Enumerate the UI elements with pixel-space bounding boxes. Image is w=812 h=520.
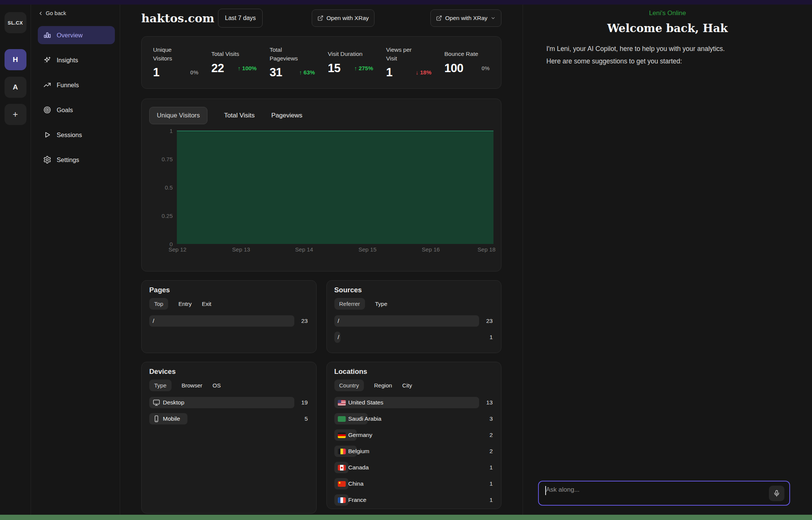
row-label: Germany — [348, 432, 373, 438]
copilot-panel: Leni's Online Welcome back, Hak I'm Leni… — [523, 5, 812, 515]
pages-row-[interactable]: /23 — [149, 315, 309, 327]
pages-tab-top[interactable]: Top — [149, 298, 168, 310]
sidebar-item-label: Goals — [57, 106, 73, 114]
copilot-heading: Welcome back, Hak — [546, 22, 789, 35]
devices-tab-os[interactable]: OS — [213, 382, 221, 389]
x-tick-label: Sep 12 — [169, 246, 187, 253]
row-label-group: United States — [334, 399, 384, 406]
locations-card: Locations CountryRegionCity United State… — [326, 362, 502, 509]
add-workspace-button[interactable]: + — [5, 104, 26, 125]
external-link-icon — [436, 15, 442, 21]
flag-cn-icon — [338, 481, 346, 487]
sidebar-item-settings[interactable]: Settings — [38, 151, 115, 169]
stat-value: 100 — [444, 62, 463, 75]
row-label-group: / — [334, 334, 339, 341]
devices-card: Devices TypeBrowserOS Desktop19Mobile5 — [141, 362, 317, 514]
pages-tab-exit[interactable]: Exit — [202, 301, 211, 307]
stats-card: Unique Visitors10%Total Visits22↑ 100%To… — [141, 36, 501, 89]
devices-tab-browser[interactable]: Browser — [182, 382, 203, 389]
external-link-icon — [317, 15, 323, 21]
stat-total-pageviews: Total Pageviews31↑ 63% — [269, 37, 315, 88]
chart-plot-area — [177, 131, 493, 244]
sources-tab-referrer[interactable]: Referrer — [334, 298, 365, 310]
stat-value-row: 1000% — [444, 62, 490, 75]
workspace-a[interactable]: A — [5, 77, 26, 98]
chart-tab-pageviews[interactable]: Pageviews — [271, 112, 302, 119]
chart-x-axis: Sep 12Sep 13Sep 14Sep 15Sep 16Sep 18 — [177, 244, 493, 257]
locations-row-canada[interactable]: Canada1 — [334, 462, 494, 473]
x-tick-label: Sep 13 — [232, 246, 250, 253]
sidebar-item-goals[interactable]: Goals — [38, 101, 115, 119]
go-back-button[interactable]: Go back — [38, 10, 66, 16]
locations-tab-country[interactable]: Country — [334, 380, 364, 391]
locations-row-france[interactable]: France1 — [334, 494, 494, 506]
main-content: haktos.com Last 7 days Open with XRay Op… — [120, 5, 523, 515]
ask-input[interactable] — [539, 481, 789, 505]
ask-input-box — [538, 481, 790, 506]
row-value: 2 — [489, 432, 493, 438]
x-tick-label: Sep 18 — [478, 246, 496, 253]
row-value: 1 — [489, 480, 493, 487]
stat-unique-visitors: Unique Visitors10% — [153, 37, 198, 88]
locations-row-germany[interactable]: Germany2 — [334, 429, 494, 441]
row-label: France — [348, 497, 367, 503]
sources-tab-type[interactable]: Type — [375, 301, 388, 307]
row-value: 19 — [301, 399, 308, 406]
sidebar-item-sessions[interactable]: Sessions — [38, 126, 115, 144]
sidebar-item-overview[interactable]: Overview — [38, 26, 115, 44]
sidebar-item-funnels[interactable]: Funnels — [38, 76, 115, 94]
locations-tab-region[interactable]: Region — [374, 382, 392, 389]
open-xray-menu-label: Open with XRay — [445, 15, 487, 22]
mic-button[interactable] — [769, 486, 784, 501]
app-shell: SL.CX H A + Go back OverviewInsightsFunn… — [0, 5, 812, 515]
devices-tab-type[interactable]: Type — [149, 380, 172, 391]
workspace-h[interactable]: H — [5, 49, 26, 70]
sources-row-[interactable]: /23 — [334, 315, 494, 327]
row-label: China — [348, 480, 364, 487]
devices-row-desktop[interactable]: Desktop19 — [149, 397, 309, 408]
cards-row-1: Pages TopEntryExit /23 Sources ReferrerT… — [141, 280, 501, 353]
copilot-intro-line: I'm Leni, your AI Copilot, here to help … — [546, 43, 789, 55]
chart-y-axis: 00.250.50.751 — [149, 131, 177, 244]
stat-value-row: 31↑ 63% — [269, 66, 315, 79]
locations-row-united-states[interactable]: United States13 — [334, 397, 494, 408]
copilot-intro-line: Here are some suggestions to get you sta… — [546, 55, 789, 68]
chart-plot-wrap: 00.250.50.751 — [149, 131, 493, 244]
locations-tabs: CountryRegionCity — [334, 379, 494, 392]
locations-row-saudi-arabia[interactable]: Saudi Arabia3 — [334, 413, 494, 424]
chart-tab-unique-visitors[interactable]: Unique Visitors — [149, 107, 207, 124]
stat-value: 31 — [269, 66, 282, 79]
mobile-icon — [153, 415, 160, 423]
stat-delta: 0% — [481, 65, 490, 71]
pages-tab-entry[interactable]: Entry — [178, 301, 192, 307]
row-value: 23 — [301, 318, 308, 324]
pages-card: Pages TopEntryExit /23 — [141, 280, 317, 353]
sidebar-item-label: Funnels — [57, 82, 79, 89]
locations-row-belgium[interactable]: Belgium2 — [334, 446, 494, 457]
locations-title: Locations — [334, 367, 494, 376]
app-logo[interactable]: SL.CX — [5, 12, 26, 33]
flag-us-icon — [338, 400, 346, 406]
date-range-button[interactable]: Last 7 days — [218, 9, 263, 28]
open-xray-button[interactable]: Open with XRay — [312, 9, 374, 27]
devices-tabs: TypeBrowserOS — [149, 379, 309, 392]
sources-card: Sources ReferrerType /23/1 — [326, 280, 502, 353]
text-caret — [545, 486, 546, 495]
open-xray-menu-button[interactable]: Open with XRay — [430, 9, 501, 27]
sidebar-item-insights[interactable]: Insights — [38, 51, 115, 69]
row-label: / — [153, 318, 154, 324]
stat-label: Unique Visitors — [153, 46, 198, 63]
locations-tab-city[interactable]: City — [402, 382, 412, 389]
stat-delta: ↑ 63% — [299, 69, 315, 76]
row-bar — [149, 315, 294, 327]
row-value: 1 — [489, 497, 493, 503]
row-label-group: / — [149, 318, 154, 324]
locations-row-china[interactable]: China1 — [334, 478, 494, 489]
devices-title: Devices — [149, 367, 309, 376]
stat-delta: ↑ 275% — [354, 65, 373, 71]
devices-row-mobile[interactable]: Mobile5 — [149, 413, 309, 424]
chart-tab-total-visits[interactable]: Total Visits — [224, 112, 255, 119]
stat-value: 1 — [386, 66, 393, 79]
stat-value-row: 22↑ 100% — [211, 62, 257, 75]
sources-row-[interactable]: /1 — [334, 332, 494, 343]
